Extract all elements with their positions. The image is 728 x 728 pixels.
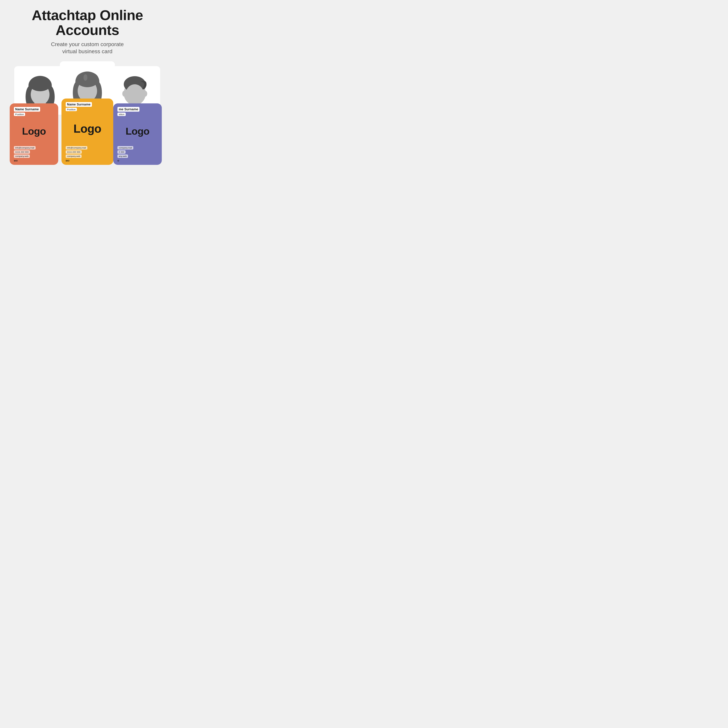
card-right-name: me Surname bbox=[118, 107, 139, 112]
svg-point-20 bbox=[84, 74, 87, 81]
business-card-center: Name Surname Position Logo info@company.… bbox=[61, 98, 113, 165]
card-center-name: Name Surname bbox=[66, 102, 92, 107]
card-right-info: company.mail 2 333 any.web bbox=[118, 146, 158, 158]
card-center-info: info@company.mail 1111 222 333 company.w… bbox=[66, 146, 109, 158]
svg-point-9 bbox=[29, 77, 51, 91]
card-left-phone: 1111 222 333 bbox=[14, 150, 30, 154]
subtitle-line1: Create your custom corporate bbox=[51, 41, 124, 47]
cards-section: Name Surname Position Logo info@company.… bbox=[0, 60, 175, 160]
card-left-email: info@company.mail bbox=[14, 146, 35, 150]
card-right-web: any.web bbox=[118, 154, 128, 158]
card-right-email: company.mail bbox=[118, 146, 133, 150]
card-center-web: company.web bbox=[66, 154, 81, 158]
card-center-bio: BIO bbox=[66, 159, 109, 162]
svg-point-28 bbox=[143, 91, 147, 96]
card-right-logo: Logo bbox=[118, 117, 158, 145]
subtitle-line2: virtual business card bbox=[62, 48, 112, 54]
card-center-phone: 1111 222 333 bbox=[66, 150, 82, 154]
card-right-phone: 2 333 bbox=[118, 150, 125, 154]
business-card-left: Name Surname Position Logo info@company.… bbox=[10, 103, 58, 165]
card-right-position: sition bbox=[118, 113, 126, 116]
card-center-logo: Logo bbox=[66, 112, 109, 145]
card-left-position: Position bbox=[14, 113, 25, 116]
header: Attachtap Online Accounts Create your cu… bbox=[32, 0, 143, 57]
title-line2: Accounts bbox=[56, 22, 119, 38]
card-center-email: info@company.mail bbox=[66, 146, 87, 150]
svg-point-26 bbox=[125, 84, 144, 105]
card-right-bio: O bbox=[118, 159, 158, 162]
main-title: Attachtap Online Accounts bbox=[32, 8, 143, 38]
card-left-info: info@company.mail 1111 222 333 company.w… bbox=[14, 146, 54, 158]
business-card-right: me Surname sition Logo company.mail 2 33… bbox=[113, 103, 162, 165]
title-line1: Attachtap Online bbox=[32, 7, 143, 23]
svg-point-19 bbox=[76, 72, 99, 87]
card-left-logo: Logo bbox=[14, 117, 54, 145]
card-left-web: company.web bbox=[14, 154, 30, 158]
card-left-bio: BIO bbox=[14, 159, 54, 162]
subtitle: Create your custom corporate virtual bus… bbox=[32, 41, 143, 55]
svg-point-27 bbox=[122, 91, 126, 96]
card-center-position: Position bbox=[66, 108, 77, 111]
card-left-name: Name Surname bbox=[14, 107, 40, 112]
